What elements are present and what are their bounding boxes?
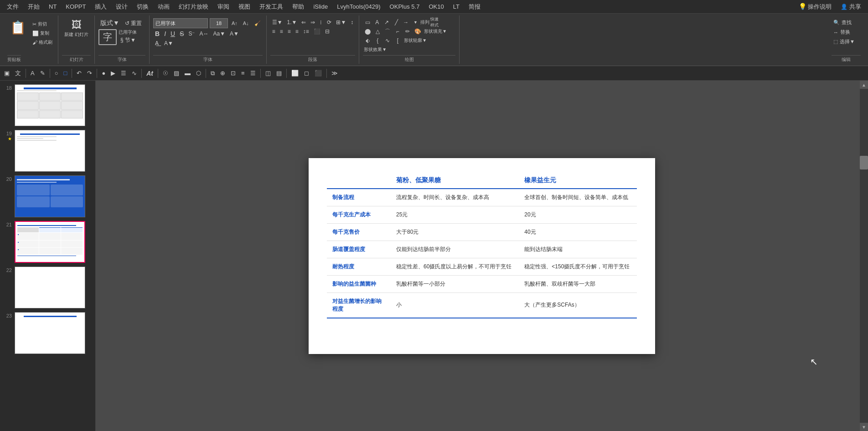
tb2-grid2[interactable]: ⧉ xyxy=(208,68,217,78)
shape-triangle[interactable]: △ xyxy=(373,27,382,36)
select-btn[interactable]: ⬚选择▼ xyxy=(832,37,857,46)
tb2-square[interactable]: □ xyxy=(62,68,70,78)
section-btn[interactable]: § 节▼ xyxy=(119,36,138,45)
tb2-rect[interactable]: ⬜ xyxy=(289,68,301,78)
menu-review[interactable]: 审阅 xyxy=(213,1,234,13)
tb2-menu[interactable]: ☰ xyxy=(248,68,258,78)
menu-design[interactable]: 设计 xyxy=(111,1,132,13)
shape-text[interactable]: A xyxy=(372,18,382,26)
font-btn[interactable]: 字 xyxy=(98,29,117,45)
cut-button[interactable]: ✂剪切 xyxy=(31,20,54,28)
font-size-input[interactable] xyxy=(210,18,228,28)
shape-arrow2[interactable]: → xyxy=(401,18,410,26)
font-size-inc[interactable]: A↑ xyxy=(230,20,239,27)
menu-islide[interactable]: iSlide xyxy=(309,1,332,12)
font-name-input[interactable] xyxy=(153,18,208,28)
tb2-sm-rect[interactable]: ◻ xyxy=(302,68,311,78)
justify[interactable]: ≡ xyxy=(294,27,300,36)
menu-share[interactable]: 👤 共享 xyxy=(836,1,866,13)
underline-btn[interactable]: U xyxy=(169,29,177,38)
align-left[interactable]: ≡ xyxy=(270,27,277,36)
shape-arrow[interactable]: ↗ xyxy=(382,18,391,26)
char-spacing-btn[interactable]: A↔ xyxy=(198,30,211,38)
vertical-scrollbar[interactable]: ▲ ▼ xyxy=(860,81,868,431)
menu-insert[interactable]: 插入 xyxy=(90,1,111,13)
menu-brief[interactable]: 简报 xyxy=(464,1,485,13)
shape-wave[interactable]: ∿ xyxy=(383,36,392,45)
align-right[interactable]: ≡ xyxy=(286,27,293,36)
slide-item-23[interactable]: 23 xyxy=(4,312,92,354)
shape-more[interactable]: ▼ xyxy=(411,18,420,26)
tb2-circle[interactable]: ○ xyxy=(52,68,61,78)
shape-more2[interactable]: ⬖ xyxy=(363,36,372,45)
bullets-btn[interactable]: ☰▼ xyxy=(270,18,284,26)
shape-line[interactable]: ╱ xyxy=(392,18,401,26)
shape-brace[interactable]: { xyxy=(373,36,382,45)
font-color-btn[interactable]: A▼ xyxy=(228,30,241,38)
tb2-black-rect[interactable]: ⬛ xyxy=(312,68,324,78)
menu-ok10[interactable]: OK10 xyxy=(424,1,448,12)
shadow-btn[interactable]: S⁻ xyxy=(186,30,196,38)
find-btn[interactable]: 🔍查找 xyxy=(832,18,857,27)
tb2-expand[interactable]: ≫ xyxy=(329,68,340,78)
tb2-three-lines[interactable]: ≡ xyxy=(239,68,247,78)
text-shadow-btn[interactable]: A͟ xyxy=(153,39,160,47)
clear-format-btn[interactable]: 🧹 xyxy=(253,20,263,27)
smart-art-btn[interactable]: ⊞▼ xyxy=(334,18,348,26)
scroll-handle[interactable] xyxy=(860,156,868,169)
menu-view[interactable]: 视图 xyxy=(234,1,255,13)
shape-connector[interactable]: ⌐ xyxy=(393,27,402,36)
tb2-fontcolor[interactable]: A xyxy=(28,68,37,78)
tb2-texture[interactable]: ▨ xyxy=(171,68,181,78)
tb2-redo[interactable]: ↷ xyxy=(85,68,94,78)
menu-file[interactable]: 文件 xyxy=(2,1,23,13)
tb2-highlight[interactable]: ✎ xyxy=(38,68,47,78)
slide-thumb-19[interactable] xyxy=(15,130,85,172)
shape-bracket[interactable]: [ xyxy=(393,36,402,45)
reset-btn[interactable]: ↺ 重置 xyxy=(123,19,144,28)
slide-item-21[interactable]: 21 ■ ■ ■ xyxy=(4,221,92,263)
slide-thumb-18[interactable] xyxy=(15,84,85,126)
menu-slideshow[interactable]: 幻灯片放映 xyxy=(174,1,213,13)
increase-indent-btn[interactable]: ⇒ xyxy=(309,18,317,26)
font-color2-btn[interactable]: A▼ xyxy=(162,39,175,47)
canvas-area[interactable]: 菊粉、低聚果糖 橡果益生元 制备流程 流程复杂、时间长、设备复杂、成本高 全球首… xyxy=(96,81,868,431)
menu-home[interactable]: 开始 xyxy=(23,1,44,13)
slide-thumb-22[interactable] xyxy=(15,267,85,308)
italic-btn[interactable]: I xyxy=(162,29,168,38)
text-direction-btn[interactable]: ⟳ xyxy=(325,18,333,26)
slide-item-18[interactable]: 18 xyxy=(4,84,92,126)
font-color-aa[interactable]: Aa▼ xyxy=(212,30,227,38)
slide-item-22[interactable]: 22 xyxy=(4,267,92,308)
tb2-at[interactable]: At xyxy=(144,68,155,78)
convert-btn[interactable]: ↕ xyxy=(349,18,355,26)
menu-nt[interactable]: NT xyxy=(44,1,61,12)
bold-btn[interactable]: B xyxy=(153,29,161,38)
copy-button[interactable]: ⬜复制 xyxy=(31,29,54,37)
numbering-btn[interactable]: 1.▼ xyxy=(285,18,299,26)
tb2-line[interactable]: ▬ xyxy=(182,68,193,78)
tb2-lines[interactable]: ☰ xyxy=(119,68,129,78)
tb2-dot[interactable]: ● xyxy=(99,68,108,78)
shape-oval[interactable]: ⬤ xyxy=(363,27,372,36)
tb2-panel[interactable]: ◫ xyxy=(263,68,273,78)
columns-btn[interactable]: ⫶ xyxy=(318,18,324,26)
shape-edit[interactable]: ✏ xyxy=(403,27,412,36)
menu-animation[interactable]: 动画 xyxy=(153,1,174,13)
quick-style[interactable]: 快速样式 xyxy=(430,18,439,26)
format-painter-button[interactable]: 🖌格式刷 xyxy=(31,38,54,46)
format-btn-1[interactable]: 版式▼ xyxy=(98,18,121,28)
slide-thumb-20[interactable] xyxy=(15,175,85,217)
slide-item-20[interactable]: 20 xyxy=(4,175,92,217)
slide-thumb-21[interactable]: ■ ■ ■ xyxy=(15,221,85,263)
menu-koppt[interactable]: KOPPT xyxy=(61,1,90,12)
menu-operations[interactable]: 💡 操作说明 xyxy=(794,1,837,13)
tb2-star[interactable]: ☉ xyxy=(160,68,170,78)
decrease-indent-btn[interactable]: ⇐ xyxy=(300,18,308,26)
tb2-grid[interactable]: ▣ xyxy=(2,68,12,78)
menu-switch[interactable]: 切换 xyxy=(132,1,153,13)
shape-curve[interactable]: ⌒ xyxy=(383,27,392,36)
menu-okplus[interactable]: OKPlus 5.7 xyxy=(385,1,424,12)
tb2-wave[interactable]: ∿ xyxy=(129,68,139,78)
shape-arrange[interactable]: 排列 xyxy=(420,18,429,26)
